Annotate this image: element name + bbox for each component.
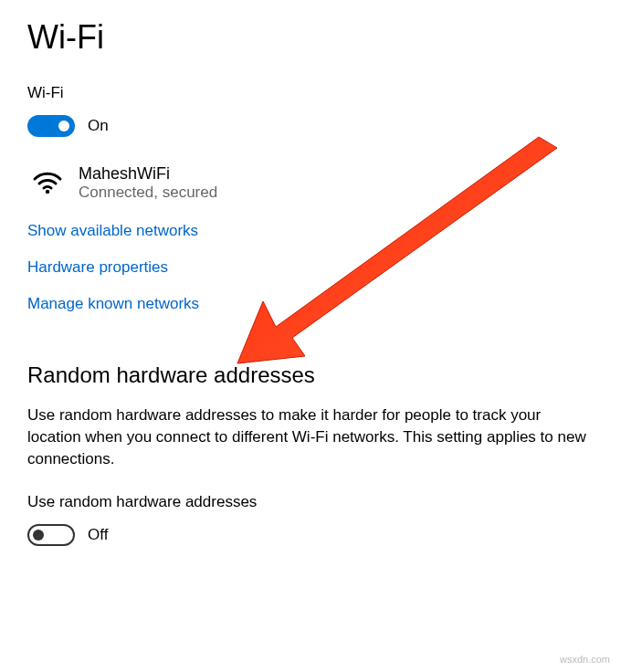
- random-hw-toggle-row: Off: [27, 524, 594, 546]
- random-hw-description: Use random hardware addresses to make it…: [27, 404, 594, 469]
- current-network[interactable]: MaheshWiFi Connected, secured: [27, 164, 594, 202]
- random-hw-toggle-knob: [33, 530, 44, 541]
- network-name: MaheshWiFi: [79, 164, 217, 184]
- hardware-properties-link[interactable]: Hardware properties: [27, 258, 594, 277]
- wifi-toggle-row: On: [27, 115, 594, 137]
- random-hw-toggle-label: Use random hardware addresses: [27, 493, 594, 511]
- wifi-toggle[interactable]: [27, 115, 75, 137]
- watermark: wsxdn.com: [560, 654, 610, 665]
- network-status: Connected, secured: [79, 184, 217, 202]
- random-hw-heading: Random hardware addresses: [27, 362, 594, 388]
- random-hw-toggle[interactable]: [27, 524, 75, 546]
- wifi-signal-icon: [31, 166, 64, 197]
- svg-point-0: [46, 190, 49, 194]
- wifi-toggle-state: On: [88, 117, 109, 135]
- wifi-toggle-knob: [58, 121, 69, 131]
- show-available-networks-link[interactable]: Show available networks: [27, 222, 594, 240]
- page-title: Wi-Fi: [27, 18, 594, 57]
- random-hw-toggle-state: Off: [88, 526, 108, 544]
- manage-known-networks-link[interactable]: Manage known networks: [27, 295, 594, 313]
- wifi-section-label: Wi-Fi: [27, 84, 594, 102]
